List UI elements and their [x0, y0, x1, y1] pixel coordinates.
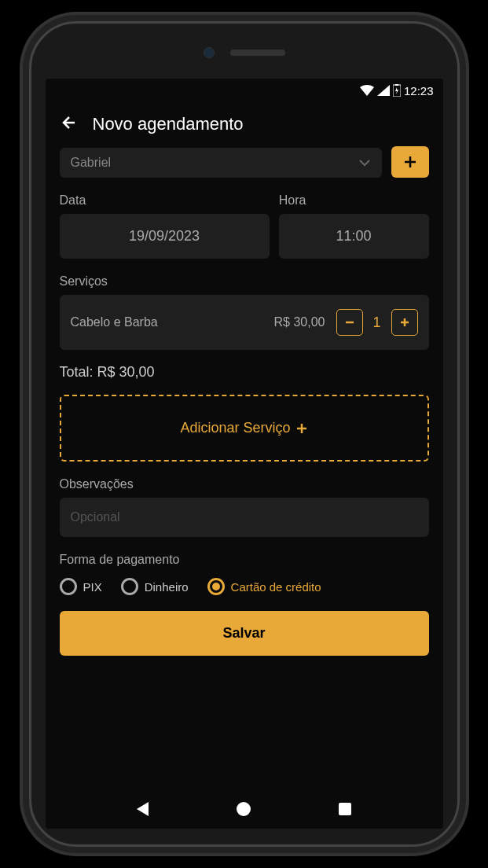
payment-pix-label: PIX: [83, 580, 102, 594]
nav-home-button[interactable]: [237, 802, 251, 816]
plus-icon: [295, 422, 308, 435]
wifi-icon: [360, 85, 374, 96]
side-button: [457, 204, 460, 252]
quantity-increase-button[interactable]: [391, 309, 418, 336]
status-bar: 12:23: [46, 79, 443, 102]
camera-dot: [204, 47, 215, 58]
date-label: Data: [60, 193, 270, 208]
observations-label: Observações: [60, 477, 429, 491]
android-nav-bar: [46, 789, 443, 829]
page-title: Novo agendamento: [93, 114, 244, 134]
chevron-down-icon: [358, 159, 371, 167]
client-select[interactable]: Gabriel: [60, 148, 382, 178]
time-label: Hora: [279, 193, 429, 208]
service-name: Cabelo e Barba: [71, 315, 263, 329]
status-time: 12:23: [404, 84, 434, 97]
payment-option-pix[interactable]: PIX: [60, 578, 102, 595]
quantity-controls: 1: [336, 309, 418, 336]
quantity-value: 1: [369, 314, 385, 331]
svg-rect-1: [395, 84, 398, 86]
content: Gabriel Data 19/09/2023 Hora 11:00: [46, 146, 443, 789]
add-service-button[interactable]: Adicionar Serviço: [60, 395, 429, 462]
payment-cash-label: Dinheiro: [145, 580, 189, 594]
add-service-label: Adicionar Serviço: [180, 420, 290, 436]
nav-back-button[interactable]: [137, 802, 149, 816]
minus-icon: [344, 317, 355, 328]
payment-option-credit[interactable]: Cartão de crédito: [207, 578, 321, 595]
payment-options: PIX Dinheiro Cartão de crédito: [60, 578, 429, 595]
nav-recent-button[interactable]: [339, 803, 351, 815]
client-selected-value: Gabriel: [71, 156, 112, 170]
battery-icon: [393, 84, 401, 97]
plus-icon: [399, 317, 410, 328]
services-label: Serviços: [60, 274, 429, 289]
plus-icon: [402, 154, 418, 170]
back-button[interactable]: [60, 113, 79, 135]
arrow-left-icon: [60, 113, 79, 132]
time-input[interactable]: 11:00: [279, 214, 429, 259]
quantity-decrease-button[interactable]: [336, 309, 363, 336]
radio-icon-selected: [207, 578, 225, 595]
header: Novo agendamento: [46, 102, 443, 146]
observations-input[interactable]: Opcional: [60, 498, 429, 537]
date-input[interactable]: 19/09/2023: [60, 214, 270, 259]
screen: 12:23 Novo agendamento Gabriel: [46, 79, 443, 829]
add-client-button[interactable]: [391, 146, 429, 178]
save-button[interactable]: Salvar: [60, 611, 429, 656]
total-label: Total: R$ 30,00: [60, 364, 429, 381]
payment-credit-label: Cartão de crédito: [231, 580, 321, 594]
circle-home-icon: [237, 802, 251, 816]
square-recent-icon: [339, 803, 351, 815]
service-item: Cabelo e Barba R$ 30,00 1: [60, 295, 429, 350]
radio-icon: [60, 578, 77, 595]
service-price: R$ 30,00: [274, 315, 325, 329]
speaker-grille: [230, 50, 285, 56]
phone-frame: 12:23 Novo agendamento Gabriel: [29, 21, 460, 847]
payment-label: Forma de pagamento: [60, 553, 429, 567]
phone-notch: [204, 47, 285, 58]
radio-icon: [121, 578, 138, 595]
signal-icon: [377, 85, 390, 96]
triangle-back-icon: [137, 802, 149, 816]
payment-option-cash[interactable]: Dinheiro: [121, 578, 189, 595]
